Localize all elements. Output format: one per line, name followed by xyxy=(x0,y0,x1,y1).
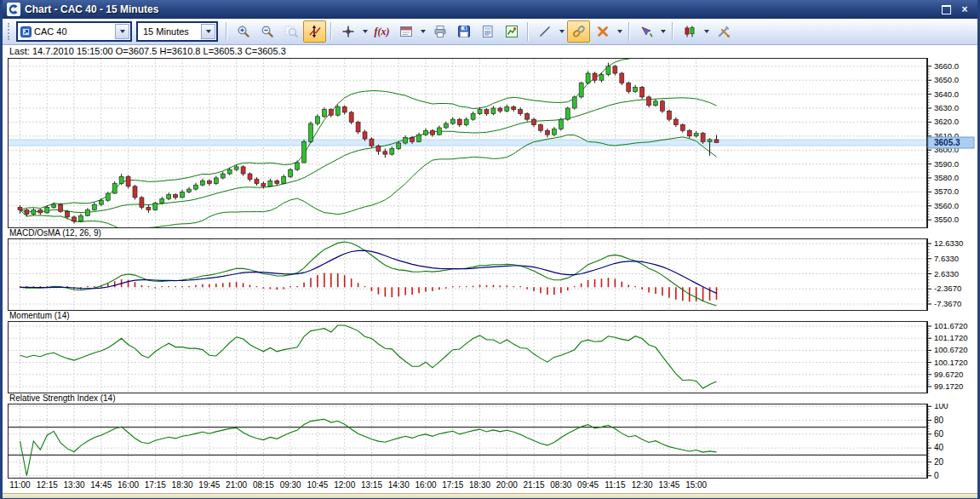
export-chart-button[interactable] xyxy=(500,20,523,43)
candle-body xyxy=(586,73,590,83)
delete-objects-dropdown-arrow[interactable] xyxy=(615,21,624,42)
candle-body xyxy=(376,146,381,152)
interval-value: 15 Minutes xyxy=(140,26,201,37)
chart-type-button[interactable] xyxy=(678,20,701,43)
candle-body xyxy=(32,210,36,215)
delete-objects-icon xyxy=(596,25,610,38)
time-axis-label: 16:00 xyxy=(117,480,139,490)
candle-body xyxy=(241,167,245,174)
candle-body xyxy=(593,73,597,80)
current-price-label: 3605.3 xyxy=(934,138,960,147)
momentum-chart[interactable]: 101.6720101.1720100.6720100.172099.67209… xyxy=(8,321,977,393)
candle-body xyxy=(207,181,211,183)
axis-label: 3630.0 xyxy=(934,103,959,112)
candle-body xyxy=(545,130,549,135)
time-axis-label: 17:15 xyxy=(145,480,166,490)
candle-body xyxy=(322,110,326,117)
trendline-button[interactable] xyxy=(533,20,556,43)
candle-body xyxy=(498,108,502,111)
candle-body xyxy=(613,66,617,73)
chart-type-icon xyxy=(683,25,696,38)
print-button[interactable] xyxy=(428,20,451,43)
pointer-arrows-dropdown-arrow[interactable] xyxy=(658,21,668,42)
symbol-dropdown-arrow[interactable] xyxy=(115,24,129,39)
titlebar[interactable]: Chart - CAC 40 - 15 Minutes × xyxy=(3,0,977,19)
candle-body xyxy=(370,139,374,146)
delete-objects-button[interactable] xyxy=(591,20,614,43)
candle-body xyxy=(606,66,610,75)
time-axis-label: 21:00 xyxy=(226,480,247,490)
time-axis-label: 13:15 xyxy=(361,480,382,490)
candle-body xyxy=(620,73,624,83)
toolbar: CAC 40 15 Minutes xyxy=(3,19,977,45)
chart-type-dropdown-arrow[interactable] xyxy=(702,21,711,42)
macd-chart[interactable]: 12.63307.63302.6330-2.3670-7.3670 xyxy=(8,238,977,311)
chain-link-button[interactable] xyxy=(567,20,590,43)
zoom-out-icon xyxy=(261,25,274,38)
time-axis-label: 10:45 xyxy=(307,480,328,490)
time-axis: 11:0012:1513:3014:4516:0017:1518:3019:45… xyxy=(8,479,977,493)
toolbar-separator xyxy=(628,22,630,41)
candle-body xyxy=(505,106,509,111)
time-axis-label: 08:15 xyxy=(253,480,274,490)
axis-label: 99.1720 xyxy=(934,381,963,391)
rsi-panel-title: Relative Strength Index (14) xyxy=(8,393,977,404)
zoom-out-button[interactable] xyxy=(255,20,278,43)
candle-body xyxy=(92,204,96,210)
candle-body xyxy=(539,125,543,131)
candle-body xyxy=(491,108,496,114)
crosshair-icon xyxy=(341,25,355,38)
candle-body xyxy=(112,184,117,193)
candle-body xyxy=(356,122,360,131)
function-button[interactable]: f(x) xyxy=(370,20,393,43)
price-chart[interactable]: 3660.03650.03640.03630.03620.03610.03600… xyxy=(8,58,977,228)
save-button[interactable] xyxy=(452,20,475,43)
report-button[interactable] xyxy=(476,20,499,43)
candle-body xyxy=(565,108,570,119)
candle-body xyxy=(457,119,461,125)
candle-body xyxy=(471,114,475,120)
time-axis-label: 11:15 xyxy=(605,480,625,490)
crosshair-button[interactable] xyxy=(336,20,359,43)
axis-label: 3660.0 xyxy=(934,61,959,71)
fit-vertical-button[interactable] xyxy=(303,20,326,43)
candle-body xyxy=(99,200,103,204)
axis-label: 20 xyxy=(934,457,944,467)
toolbar-separator xyxy=(672,22,673,41)
bollinger-upper xyxy=(20,58,717,210)
interval-dropdown-arrow[interactable] xyxy=(201,24,215,39)
indicator-panels-dropdown-arrow[interactable] xyxy=(418,21,427,42)
trendline-dropdown-arrow[interactable] xyxy=(557,21,566,42)
time-axis-label: 13:30 xyxy=(64,480,85,490)
candle-body xyxy=(308,123,312,141)
candle-body xyxy=(329,110,333,116)
symbol-combobox[interactable]: CAC 40 xyxy=(16,21,132,42)
candle-body xyxy=(667,111,671,119)
candle-body xyxy=(275,181,279,183)
candle-body xyxy=(248,174,252,180)
bollinger-middle xyxy=(20,98,717,213)
time-axis-label: 09:30 xyxy=(280,480,301,490)
minimize-button[interactable] xyxy=(939,3,953,15)
candle-body xyxy=(680,125,685,131)
crosshair-dropdown-arrow[interactable] xyxy=(360,21,370,42)
axis-label: 80 xyxy=(934,416,944,425)
close-button[interactable]: × xyxy=(958,3,971,15)
zoom-region-button[interactable] xyxy=(279,20,302,43)
macd-panel-title: MACD/OsMA (12, 26, 9) xyxy=(8,228,977,238)
candle-body xyxy=(559,119,563,129)
zoom-in-button[interactable] xyxy=(232,20,255,43)
rsi-chart[interactable]: 100806040200 xyxy=(8,404,977,479)
pointer-arrows-button[interactable] xyxy=(634,20,657,43)
toolbar-grip[interactable] xyxy=(8,23,11,40)
window-title: Chart - CAC 40 - 15 Minutes xyxy=(25,3,935,15)
candle-body xyxy=(633,87,638,91)
indicator-panels-button[interactable] xyxy=(394,20,417,43)
tools-button[interactable] xyxy=(712,20,735,43)
fit-vertical-icon xyxy=(308,25,322,38)
axis-label: 100 xyxy=(934,404,948,410)
candle-body xyxy=(437,128,441,135)
time-axis-label: 17:15 xyxy=(442,480,463,490)
chart-panels: 3660.03650.03640.03630.03620.03610.03600… xyxy=(3,58,977,493)
interval-combobox[interactable]: 15 Minutes xyxy=(136,21,218,42)
